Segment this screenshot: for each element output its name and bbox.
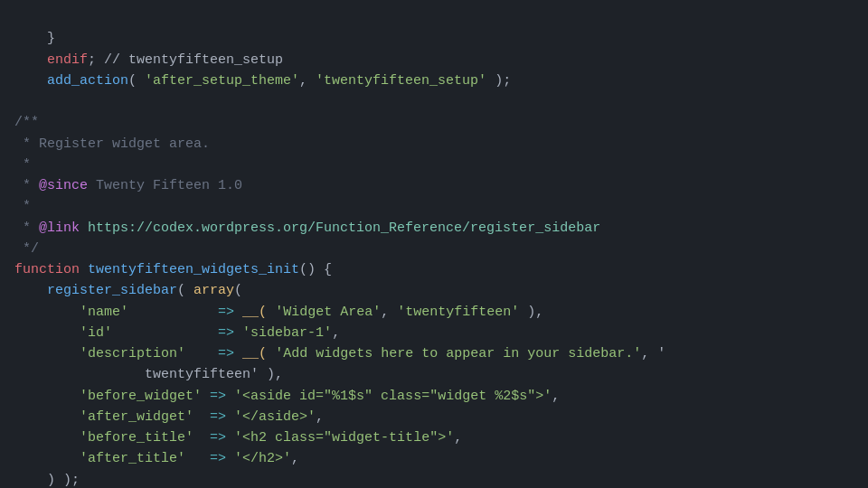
line-8: * @since Twenty Fifteen 1.0 <box>14 178 242 193</box>
code-editor: } endif; // twentyfifteen_setup add_acti… <box>14 7 868 488</box>
line-12: function twentyfifteen_widgets_init() { <box>14 262 332 277</box>
line-7: * <box>14 157 31 173</box>
line-17: twentyfifteen' ), <box>14 367 283 382</box>
line-13: register_sidebar( array( <box>14 283 242 298</box>
line-6: * Register widget area. <box>14 136 210 152</box>
line-19: 'after_widget' => '</aside>', <box>14 409 324 425</box>
line-16: 'description' => __( 'Add widgets here t… <box>14 346 665 361</box>
line-9: * <box>14 199 31 214</box>
line-3: add_action( 'after_setup_theme', 'twenty… <box>14 73 511 89</box>
line-15: 'id' => 'sidebar-1', <box>14 325 340 341</box>
line-20: 'before_title' => '<h2 class="widget-tit… <box>14 430 462 446</box>
line-2: endif; // twentyfifteen_setup <box>14 52 283 68</box>
line-14: 'name' => __( 'Widget Area', 'twentyfift… <box>14 305 543 320</box>
line-11: */ <box>14 241 39 257</box>
line-21: 'after_title' => '</h2>', <box>14 451 299 466</box>
line-4 <box>14 94 23 109</box>
line-1: } <box>14 31 55 46</box>
line-22: ) ); <box>14 473 80 488</box>
line-18: 'before_widget' => '<aside id="%1$s" cla… <box>14 389 560 404</box>
line-10: * @link https://codex.wordpress.org/Func… <box>14 221 600 236</box>
line-5: /** <box>14 115 39 130</box>
